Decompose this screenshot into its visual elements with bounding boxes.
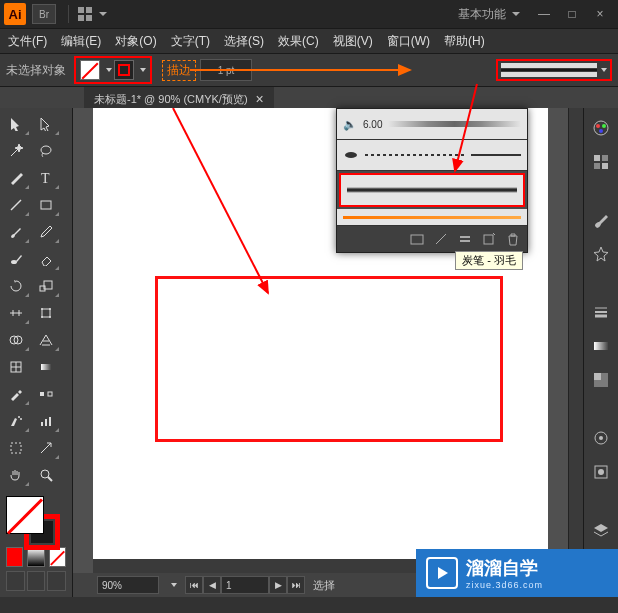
menu-help[interactable]: 帮助(H): [444, 33, 485, 50]
magic-wand-tool[interactable]: [2, 139, 30, 163]
eraser-tool[interactable]: [32, 247, 60, 271]
direct-selection-tool[interactable]: [32, 112, 60, 136]
artboard-navigator[interactable]: ⏮ ◀ 1 ▶ ⏭: [185, 576, 305, 594]
chevron-down-icon[interactable]: [512, 12, 520, 16]
stroke-label: 描边: [162, 60, 196, 81]
prev-artboard-button[interactable]: ◀: [203, 576, 221, 594]
blob-brush-tool[interactable]: [2, 247, 30, 271]
arrange-documents-icon[interactable]: [73, 4, 97, 24]
color-mode-none[interactable]: [49, 547, 66, 567]
line-tool[interactable]: [2, 193, 30, 217]
appearance-panel-icon[interactable]: [589, 426, 613, 450]
brush-list-item[interactable]: [337, 140, 527, 171]
shape-builder-tool[interactable]: [2, 328, 30, 352]
first-artboard-button[interactable]: ⏮: [185, 576, 203, 594]
menu-type[interactable]: 文字(T): [171, 33, 210, 50]
menu-object[interactable]: 对象(O): [115, 33, 156, 50]
draw-normal-mode[interactable]: [6, 571, 25, 591]
artboard-number-input[interactable]: 1: [221, 576, 269, 594]
brush-list-item-selected[interactable]: [339, 173, 525, 207]
free-transform-tool[interactable]: [32, 301, 60, 325]
bridge-badge[interactable]: Br: [32, 4, 56, 24]
gradient-panel-icon[interactable]: [589, 334, 613, 358]
chevron-down-icon[interactable]: [601, 68, 607, 72]
transparency-panel-icon[interactable]: [589, 368, 613, 392]
chevron-down-icon[interactable]: [106, 68, 112, 72]
tab-close-button[interactable]: ×: [256, 91, 264, 107]
brushes-panel-icon[interactable]: [589, 208, 613, 232]
color-mode-gradient[interactable]: [27, 547, 44, 567]
menu-view[interactable]: 视图(V): [333, 33, 373, 50]
minimize-button[interactable]: —: [530, 4, 558, 24]
layers-panel-icon[interactable]: [589, 518, 613, 542]
svg-line-49: [436, 234, 446, 244]
brush-list-item[interactable]: 🔈 6.00: [337, 109, 527, 140]
delete-brush-icon[interactable]: [505, 231, 521, 247]
svg-point-30: [602, 124, 606, 128]
selection-tool[interactable]: [2, 112, 30, 136]
svg-rect-23: [49, 417, 51, 426]
color-mode-solid[interactable]: [6, 547, 23, 567]
fill-swatch[interactable]: [80, 60, 100, 80]
brush-library-icon[interactable]: [409, 231, 425, 247]
chevron-down-icon[interactable]: [171, 583, 177, 587]
stroke-swatch[interactable]: [114, 60, 134, 80]
drawn-rectangle-shape[interactable]: [155, 276, 503, 442]
svg-rect-16: [41, 364, 51, 370]
next-artboard-button[interactable]: ▶: [269, 576, 287, 594]
swatches-panel-icon[interactable]: [589, 150, 613, 174]
fill-color-box[interactable]: [6, 496, 44, 534]
brush-list-item[interactable]: [337, 209, 527, 226]
stroke-panel-icon[interactable]: [589, 300, 613, 324]
menu-edit[interactable]: 编辑(E): [61, 33, 101, 50]
pen-tool[interactable]: [2, 166, 30, 190]
hand-tool[interactable]: [2, 463, 30, 487]
rotate-tool[interactable]: [2, 274, 30, 298]
symbols-panel-icon[interactable]: [589, 242, 613, 266]
maximize-button[interactable]: □: [558, 4, 586, 24]
brush-stroke-preview: [347, 185, 517, 195]
slice-tool[interactable]: [32, 436, 60, 460]
paintbrush-tool[interactable]: [2, 220, 30, 244]
zoom-level-input[interactable]: 90%: [97, 576, 159, 594]
column-graph-tool[interactable]: [32, 409, 60, 433]
vertical-scrollbar[interactable]: [568, 108, 583, 597]
new-brush-icon[interactable]: [481, 231, 497, 247]
graphic-styles-panel-icon[interactable]: [589, 460, 613, 484]
brush-options-icon[interactable]: [457, 231, 473, 247]
eyedropper-tool[interactable]: [2, 382, 30, 406]
stroke-weight-input[interactable]: 1 pt: [200, 59, 252, 81]
menu-window[interactable]: 窗口(W): [387, 33, 430, 50]
menu-select[interactable]: 选择(S): [224, 33, 264, 50]
fill-stroke-swatches[interactable]: [74, 56, 152, 84]
svg-rect-41: [594, 373, 601, 380]
pencil-tool[interactable]: [32, 220, 60, 244]
draw-behind-mode[interactable]: [27, 571, 46, 591]
gradient-tool[interactable]: [32, 355, 60, 379]
scale-tool[interactable]: [32, 274, 60, 298]
symbol-sprayer-tool[interactable]: [2, 409, 30, 433]
blend-tool[interactable]: [32, 382, 60, 406]
menu-effect[interactable]: 效果(C): [278, 33, 319, 50]
mesh-tool[interactable]: [2, 355, 30, 379]
workspace-switcher[interactable]: 基本功能: [458, 6, 506, 23]
rectangle-tool[interactable]: [32, 193, 60, 217]
draw-inside-mode[interactable]: [47, 571, 66, 591]
lasso-tool[interactable]: [32, 139, 60, 163]
svg-rect-17: [40, 392, 44, 396]
fill-stroke-indicator[interactable]: [2, 494, 70, 545]
type-tool[interactable]: T: [32, 166, 60, 190]
svg-rect-35: [602, 163, 608, 169]
artboard-tool[interactable]: [2, 436, 30, 460]
close-button[interactable]: ×: [586, 4, 614, 24]
perspective-grid-tool[interactable]: [32, 328, 60, 352]
menu-file[interactable]: 文件(F): [8, 33, 47, 50]
remove-stroke-icon[interactable]: [433, 231, 449, 247]
width-tool[interactable]: [2, 301, 30, 325]
color-panel-icon[interactable]: [589, 116, 613, 140]
last-artboard-button[interactable]: ⏭: [287, 576, 305, 594]
chevron-down-icon[interactable]: [99, 12, 107, 16]
zoom-tool[interactable]: [32, 463, 60, 487]
brush-definition-preview[interactable]: [496, 59, 612, 81]
chevron-down-icon[interactable]: [140, 68, 146, 72]
